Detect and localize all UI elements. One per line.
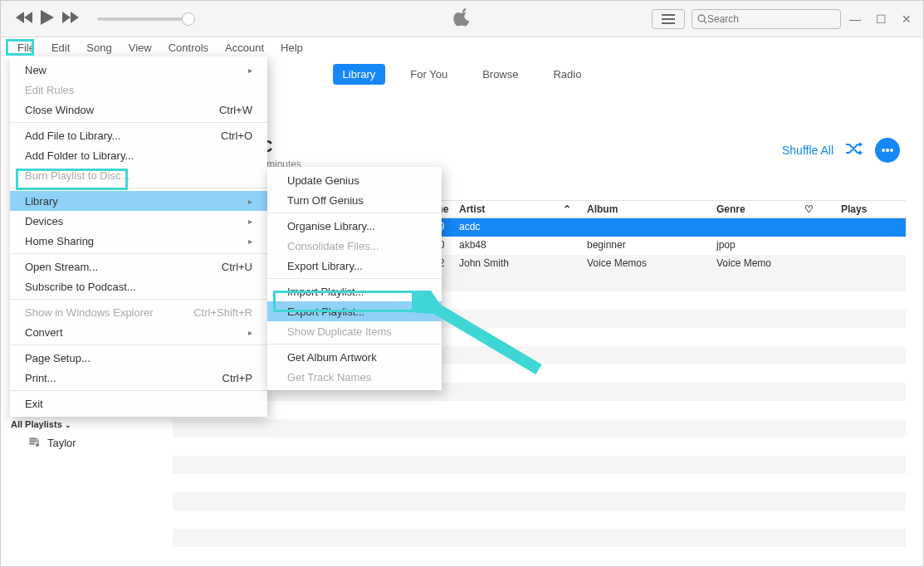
- shortcut-label: Ctrl+P: [222, 372, 252, 384]
- window-controls: — ☐ ✕: [849, 12, 923, 26]
- chevron-right-icon: ▸: [248, 328, 252, 337]
- shortcut-label: Ctrl+O: [221, 130, 252, 142]
- col-loved-icon[interactable]: ♡: [804, 203, 814, 215]
- chevron-right-icon: ▸: [248, 217, 252, 226]
- submenu-organise-library[interactable]: Organise Library...: [267, 216, 442, 236]
- menu-item-subscribe-podcast[interactable]: Subscribe to Podcast...: [10, 276, 267, 296]
- menu-item-library[interactable]: Library▸: [10, 191, 267, 211]
- svg-point-5: [882, 149, 885, 152]
- chevron-down-icon: ⌄: [65, 421, 71, 429]
- submenu-export-playlist[interactable]: Export Playlist...: [267, 301, 442, 321]
- playback-controls: [1, 10, 188, 28]
- minimize-icon[interactable]: —: [849, 12, 861, 26]
- submenu-update-genius[interactable]: Update Genius: [267, 170, 442, 190]
- menu-help[interactable]: Help: [272, 39, 311, 56]
- svg-rect-12: [30, 438, 37, 439]
- menu-item-exit[interactable]: Exit: [10, 393, 267, 413]
- chevron-right-icon: ▸: [248, 66, 252, 75]
- submenu-get-artwork[interactable]: Get Album Artwork: [267, 347, 442, 367]
- library-submenu: Update Genius Turn Off Genius Organise L…: [267, 167, 442, 390]
- col-album[interactable]: Album: [587, 203, 618, 215]
- menu-account[interactable]: Account: [217, 39, 272, 56]
- sidebar-heading-all-playlists[interactable]: All Playlists ⌄: [11, 419, 71, 429]
- shuffle-all-button[interactable]: Shuffle All: [782, 144, 834, 157]
- shuffle-icon[interactable]: [845, 142, 863, 159]
- playlist-icon: [29, 436, 41, 450]
- next-icon[interactable]: [62, 12, 79, 27]
- svg-line-4: [704, 21, 706, 23]
- sort-ascending-icon: ⌃: [563, 203, 571, 215]
- cell-artist: John Smith: [459, 257, 509, 269]
- menu-item-show-explorer: Show in Windows ExplorerCtrl+Shift+R: [10, 302, 267, 322]
- menu-song[interactable]: Song: [78, 39, 120, 56]
- search-input[interactable]: [692, 9, 841, 29]
- play-icon[interactable]: [41, 10, 54, 28]
- shortcut-label: Ctrl+Shift+R: [193, 306, 252, 319]
- col-artist[interactable]: Artist: [459, 203, 485, 215]
- svg-rect-1: [662, 18, 675, 20]
- chevron-right-icon: ▸: [248, 197, 252, 206]
- menu-item-page-setup[interactable]: Page Setup...: [10, 348, 267, 368]
- svg-point-15: [37, 444, 39, 447]
- cell-genre: jpop: [716, 239, 736, 251]
- submenu-show-duplicates: Show Duplicate Items: [267, 321, 442, 341]
- menu-view[interactable]: View: [120, 39, 160, 56]
- svg-rect-2: [662, 22, 675, 24]
- svg-point-6: [886, 149, 889, 152]
- cell-genre: Voice Memo: [716, 257, 771, 269]
- close-icon[interactable]: ✕: [902, 12, 912, 26]
- maximize-icon[interactable]: ☐: [876, 12, 887, 26]
- tab-radio[interactable]: Radio: [543, 64, 591, 85]
- svg-point-3: [698, 15, 705, 22]
- shortcut-label: Ctrl+W: [219, 104, 252, 116]
- tab-library[interactable]: Library: [333, 64, 386, 85]
- svg-point-7: [890, 149, 893, 152]
- submenu-export-library[interactable]: Export Library...: [267, 256, 442, 276]
- submenu-get-track-names: Get Track Names: [267, 367, 442, 387]
- menu-item-burn: Burn Playlist to Disc...: [10, 165, 267, 185]
- shuffle-area: Shuffle All: [782, 138, 900, 163]
- menu-item-edit-rules: Edit Rules: [10, 80, 267, 100]
- chevron-right-icon: ▸: [248, 237, 252, 246]
- svg-rect-14: [30, 443, 34, 444]
- more-options-button[interactable]: [875, 138, 900, 163]
- menu-bar: File Edit Song View Controls Account Hel…: [1, 37, 923, 57]
- list-view-button[interactable]: [652, 9, 685, 29]
- menu-controls[interactable]: Controls: [160, 39, 217, 56]
- menu-item-close-window[interactable]: Close WindowCtrl+W: [10, 100, 267, 120]
- menu-item-open-stream[interactable]: Open Stream...Ctrl+U: [10, 257, 267, 276]
- tab-browse[interactable]: Browse: [472, 64, 528, 85]
- menu-item-devices[interactable]: Devices▸: [10, 211, 267, 231]
- svg-rect-13: [30, 441, 37, 442]
- menu-item-new[interactable]: New▸: [10, 60, 267, 80]
- svg-rect-0: [662, 14, 675, 16]
- cell-album: beginner: [587, 239, 626, 251]
- menu-item-add-folder[interactable]: Add Folder to Library...: [10, 145, 267, 165]
- submenu-import-playlist[interactable]: Import Playlist...: [267, 281, 442, 301]
- sidebar-item-label: Taylor: [47, 437, 76, 449]
- main-tabs: Library For You Browse Radio: [333, 64, 592, 85]
- cell-artist: akb48: [459, 239, 486, 251]
- cell-album: Voice Memos: [587, 257, 647, 269]
- volume-slider[interactable]: [97, 17, 188, 21]
- apple-logo-icon: [453, 7, 472, 32]
- menu-item-add-file[interactable]: Add File to Library...Ctrl+O: [10, 125, 267, 145]
- col-plays[interactable]: Plays: [841, 203, 867, 215]
- submenu-turn-off-genius[interactable]: Turn Off Genius: [267, 190, 442, 210]
- submenu-consolidate-files: Consolidate Files...: [267, 236, 442, 256]
- shortcut-label: Ctrl+U: [222, 261, 252, 273]
- file-menu-dropdown: New▸ Edit Rules Close WindowCtrl+W Add F…: [10, 56, 267, 417]
- top-toolbar: — ☐ ✕: [1, 1, 923, 37]
- menu-item-print[interactable]: Print...Ctrl+P: [10, 368, 267, 388]
- cell-artist: acdc: [459, 221, 480, 232]
- menu-item-home-sharing[interactable]: Home Sharing▸: [10, 231, 267, 251]
- menu-file[interactable]: File: [9, 39, 43, 56]
- menu-edit[interactable]: Edit: [43, 39, 78, 56]
- tab-for-you[interactable]: For You: [400, 64, 457, 85]
- sidebar-item-taylor[interactable]: Taylor: [29, 436, 76, 450]
- menu-item-convert[interactable]: Convert▸: [10, 322, 267, 342]
- prev-icon[interactable]: [16, 12, 32, 27]
- col-genre[interactable]: Genre: [716, 203, 746, 215]
- search-field[interactable]: [707, 13, 835, 25]
